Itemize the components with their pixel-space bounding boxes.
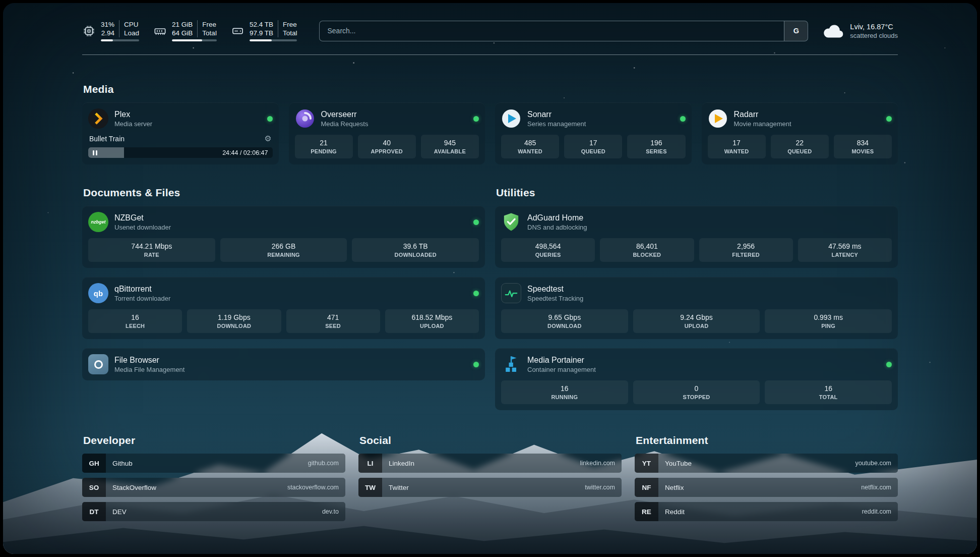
- bookmark-group-social: Social LI LinkedIn linkedin.com TW Twitt…: [358, 434, 622, 526]
- stat: 1.19 GbpsDOWNLOAD: [187, 309, 281, 333]
- service-description: Usenet downloader: [114, 223, 171, 232]
- bookmark-name: LinkedIn: [389, 460, 414, 467]
- stat: 39.6 TBDOWNLOADED: [352, 238, 479, 262]
- stat: 47.569 msLATENCY: [798, 238, 892, 262]
- disk-progress-bar: [250, 39, 297, 41]
- service-name: Radarr: [734, 109, 791, 120]
- bookmark-url: stackoverflow.com: [287, 484, 339, 491]
- cpu-load-value: 2.94: [101, 29, 119, 37]
- memory-widget: 21 GiB Free 64 GiB Total: [153, 20, 217, 41]
- stat: 945AVAILABLE: [421, 135, 479, 158]
- bookmark-abbr: TW: [358, 478, 382, 497]
- pause-icon[interactable]: [93, 150, 97, 155]
- bookmark-abbr: DT: [82, 502, 106, 521]
- bookmark-url: dev.to: [322, 508, 339, 515]
- weather-location: Lviv, 16.87°C: [850, 23, 898, 31]
- card-nzbget[interactable]: nzbget NZBGet Usenet downloader 744.21 M…: [82, 206, 485, 268]
- bookmark-linkedin[interactable]: LI LinkedIn linkedin.com: [358, 454, 622, 473]
- section-title-social: Social: [359, 434, 622, 447]
- disk-widget: 52.4 TB Free 97.9 TB Total: [231, 20, 297, 41]
- card-speedtest[interactable]: Speedtest Speedtest Tracking 9.65 GbpsDO…: [495, 277, 898, 339]
- card-portainer[interactable]: Media Portainer Container management 16R…: [495, 348, 898, 410]
- bookmark-url: netflix.com: [861, 484, 891, 491]
- cpu-usage-label: CPU: [119, 20, 139, 29]
- bookmark-url: twitter.com: [585, 484, 615, 491]
- memory-total-label: Total: [197, 29, 217, 37]
- sonarr-icon: [501, 108, 521, 129]
- stat: 9.24 GbpsUPLOAD: [633, 309, 760, 333]
- service-name: Sonarr: [527, 109, 586, 120]
- section-documents: Documents & Files nzbget NZBGet Usenet d…: [82, 187, 485, 380]
- service-description: Torrent downloader: [114, 294, 170, 303]
- dashboard-screen: 31% CPU 2.94 Load: [3, 3, 977, 554]
- service-description: Container management: [527, 365, 596, 374]
- memory-progress-bar: [172, 39, 217, 41]
- settings-gear-icon[interactable]: ⚙: [264, 135, 271, 143]
- plex-progress-bar[interactable]: 24:44 / 02:06:47: [88, 147, 273, 158]
- stat: 16LEECH: [88, 309, 182, 333]
- status-dot: [267, 116, 273, 122]
- section-title-developer: Developer: [83, 434, 345, 447]
- service-description: Speedtest Tracking: [527, 294, 583, 303]
- status-dot: [473, 291, 479, 296]
- bookmark-abbr: RE: [635, 502, 658, 521]
- card-adguard[interactable]: AdGuard Home DNS and adblocking 498,564Q…: [495, 206, 898, 268]
- bookmark-abbr: LI: [358, 454, 382, 473]
- service-name: AdGuard Home: [527, 213, 587, 223]
- section-utilities: Utilities: [495, 187, 898, 410]
- card-plex[interactable]: Plex Media server Bullet Train ⚙ 24:44 /…: [82, 102, 279, 164]
- service-description: Media File Management: [114, 365, 185, 374]
- cloud-icon: [822, 23, 843, 39]
- cpu-usage-value: 31%: [101, 20, 119, 29]
- disk-icon: [231, 24, 244, 38]
- search-provider-button[interactable]: G: [784, 21, 808, 41]
- bookmark-name: Github: [112, 460, 133, 467]
- stat: 22QUEUED: [771, 135, 829, 158]
- stat: 471SEED: [286, 309, 380, 333]
- stat: 266 GBREMAINING: [220, 238, 347, 262]
- bookmark-twitter[interactable]: TW Twitter twitter.com: [358, 478, 622, 497]
- bookmark-abbr: NF: [635, 478, 658, 497]
- stat: 16RUNNING: [501, 380, 628, 404]
- section-title-entertainment: Entertainment: [636, 434, 898, 447]
- bookmark-name: StackOverflow: [112, 484, 156, 491]
- section-title-documents: Documents & Files: [83, 187, 485, 199]
- disk-total-label: Total: [278, 29, 297, 37]
- search-input[interactable]: [320, 21, 784, 41]
- card-qbittorrent[interactable]: qb qBittorrent Torrent downloader 16LEEC…: [82, 277, 485, 339]
- card-radarr[interactable]: Radarr Movie management 17WANTED 22QUEUE…: [702, 102, 898, 164]
- service-description: Series management: [527, 120, 586, 128]
- stat: 0STOPPED: [633, 380, 760, 404]
- card-overseerr[interactable]: Overseerr Media Requests 21PENDING 40APP…: [289, 102, 485, 164]
- card-filebrowser[interactable]: File Browser Media File Management: [82, 348, 485, 380]
- bookmark-github[interactable]: GH Github github.com: [82, 454, 345, 473]
- bookmark-stackoverflow[interactable]: SO StackOverflow stackoverflow.com: [82, 478, 345, 497]
- service-name: File Browser: [114, 355, 185, 365]
- service-name: Plex: [114, 109, 152, 120]
- stat: 86,401BLOCKED: [600, 238, 694, 262]
- search-bar: G: [319, 21, 808, 41]
- bookmark-abbr: YT: [635, 454, 658, 473]
- bookmark-reddit[interactable]: RE Reddit reddit.com: [635, 502, 898, 521]
- bookmark-name: Twitter: [389, 484, 409, 491]
- bookmark-netflix[interactable]: NF Netflix netflix.com: [635, 478, 898, 497]
- service-name: NZBGet: [114, 213, 171, 223]
- card-sonarr[interactable]: Sonarr Series management 485WANTED 17QUE…: [495, 102, 692, 164]
- memory-free-value: 21 GiB: [172, 20, 197, 29]
- service-description: Media server: [114, 120, 152, 128]
- service-name: Overseerr: [321, 109, 369, 120]
- nzbget-icon: nzbget: [88, 212, 108, 232]
- stat: 17WANTED: [708, 135, 766, 158]
- status-dot: [473, 116, 479, 122]
- overseerr-icon: [295, 108, 315, 129]
- bookmark-abbr: GH: [82, 454, 106, 473]
- bookmark-youtube[interactable]: YT YouTube youtube.com: [635, 454, 898, 473]
- bookmark-abbr: SO: [82, 478, 106, 497]
- now-playing-title: Bullet Train: [89, 135, 125, 143]
- service-description: Movie management: [734, 120, 791, 128]
- status-dot: [473, 362, 479, 367]
- portainer-icon: [501, 354, 521, 374]
- radarr-icon: [708, 108, 728, 129]
- weather-condition: scattered clouds: [850, 32, 898, 39]
- bookmark-dev[interactable]: DT DEV dev.to: [82, 502, 345, 521]
